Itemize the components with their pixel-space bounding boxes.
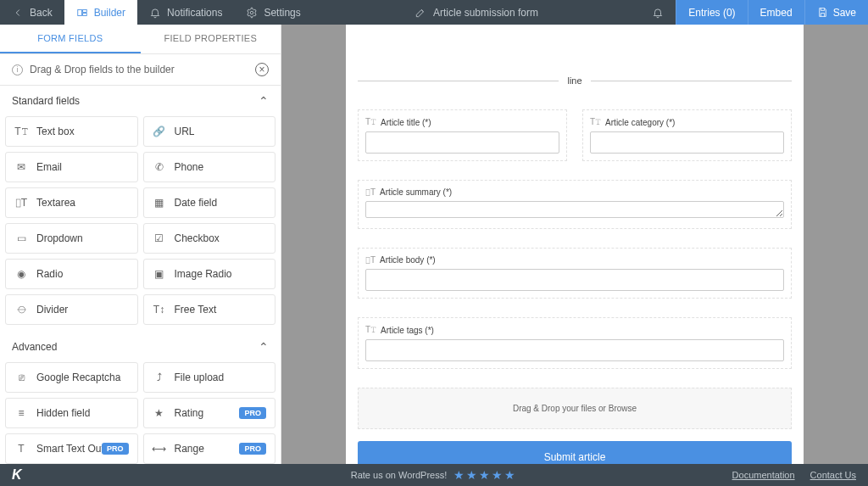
entries-label: Entries (0): [688, 7, 735, 19]
rate-text: Rate us on WordPress!: [351, 470, 448, 480]
article-category-input[interactable]: [590, 131, 784, 154]
field-type-item[interactable]: ⎚Google Recaptcha: [5, 362, 138, 393]
advanced-fields-label: Advanced: [12, 341, 57, 353]
article-summary-input[interactable]: [365, 201, 784, 218]
field-type-icon: T↕: [153, 304, 166, 316]
back-button[interactable]: Back: [0, 0, 64, 25]
field-type-item[interactable]: ⌷TTextarea: [5, 187, 138, 218]
article-body-input[interactable]: [365, 269, 784, 291]
field-type-icon: T𝚃: [14, 126, 28, 137]
field-type-item[interactable]: ◉Radio: [5, 259, 138, 289]
text-icon: T𝚃: [590, 117, 601, 127]
field-type-item[interactable]: ▦Date field: [143, 187, 276, 218]
svg-rect-1: [82, 9, 86, 12]
drag-hint-text: Drag & Drop fields to the builder: [30, 64, 175, 75]
field-type-label: Dropdown: [36, 232, 83, 244]
field-type-icon: ▭: [14, 232, 28, 244]
save-button[interactable]: Save: [804, 0, 868, 25]
field-article-body[interactable]: ⌷TArticle body (*): [358, 248, 792, 299]
field-type-item[interactable]: ⤴File upload: [143, 362, 276, 393]
field-type-item[interactable]: ✉Email: [5, 152, 138, 182]
svg-rect-0: [77, 9, 81, 15]
field-type-icon: ☑: [153, 232, 166, 244]
builder-tab[interactable]: Builder: [64, 0, 137, 25]
field-type-item[interactable]: ▭Dropdown: [5, 223, 138, 254]
pro-badge: PRO: [102, 443, 129, 455]
field-type-item[interactable]: ☑Checkbox: [143, 223, 276, 254]
field-type-icon: ⦵: [14, 304, 28, 316]
documentation-link[interactable]: Documentation: [732, 470, 795, 480]
field-type-item[interactable]: TSmart Text OutputPRO: [5, 433, 138, 464]
file-dropzone[interactable]: Drag & Drop your files or Browse: [358, 388, 792, 429]
field-article-tags[interactable]: T𝚃Article tags (*): [358, 317, 792, 369]
tab-field-properties[interactable]: FIELD PROPERTIES: [141, 25, 281, 53]
pro-badge: PRO: [239, 443, 266, 455]
star-rating[interactable]: ★★★★★: [453, 468, 517, 482]
submit-button[interactable]: Submit article: [358, 441, 792, 464]
chevron-left-icon: [12, 7, 24, 19]
advanced-fields-header[interactable]: Advanced ⌃: [0, 332, 281, 362]
field-type-icon: ▦: [153, 197, 166, 209]
field-type-item[interactable]: T𝚃Text box: [5, 116, 138, 147]
bell-icon: [149, 7, 161, 19]
field-type-item[interactable]: 🔗URL: [143, 116, 276, 147]
article-title-input[interactable]: [365, 131, 559, 154]
sidebar: FORM FIELDS FIELD PROPERTIES i Drag & Dr…: [0, 25, 281, 464]
field-article-summary[interactable]: ⌷TArticle summary (*): [358, 180, 792, 229]
field-type-item[interactable]: ★RatingPRO: [143, 398, 276, 428]
field-type-label: Text box: [36, 126, 75, 137]
settings-tab[interactable]: Settings: [234, 0, 312, 25]
form-divider[interactable]: line: [358, 75, 792, 86]
field-type-item[interactable]: ≡Hidden field: [5, 398, 138, 428]
field-type-label: Date field: [175, 197, 218, 209]
textarea-icon: ⌷T: [365, 255, 376, 265]
standard-fields-header[interactable]: Standard fields ⌃: [0, 86, 281, 116]
save-label: Save: [833, 7, 856, 19]
field-article-title[interactable]: T𝚃Article title (*): [358, 109, 567, 161]
embed-button[interactable]: Embed: [748, 0, 804, 25]
field-type-icon: ▣: [153, 268, 166, 280]
field-type-item[interactable]: T↕Free Text: [143, 294, 276, 325]
edit-icon: [415, 7, 426, 19]
field-type-icon: ⎚: [14, 371, 28, 383]
save-icon: [817, 7, 828, 18]
close-hint-button[interactable]: ×: [255, 63, 269, 76]
field-type-label: Free Text: [175, 304, 217, 316]
text-icon: T𝚃: [365, 325, 376, 335]
field-type-item[interactable]: ⟷RangePRO: [143, 433, 276, 464]
field-type-icon: ⤴: [153, 371, 166, 383]
tab-form-fields[interactable]: FORM FIELDS: [0, 25, 141, 53]
text-icon: T𝚃: [365, 117, 376, 127]
field-type-label: Image Radio: [175, 268, 232, 280]
field-type-icon: ≡: [14, 407, 28, 419]
alert-bell[interactable]: [640, 0, 676, 25]
svg-point-3: [251, 11, 254, 14]
brand-logo: K: [12, 467, 22, 483]
field-type-label: File upload: [175, 371, 225, 383]
field-type-icon: 🔗: [153, 126, 166, 137]
field-type-icon: T: [14, 443, 28, 455]
standard-fields-label: Standard fields: [12, 95, 80, 107]
field-type-label: Email: [36, 161, 62, 173]
field-article-category[interactable]: T𝚃Article category (*): [582, 109, 792, 161]
svg-rect-2: [82, 13, 86, 15]
builder-icon: [76, 7, 88, 19]
contact-link[interactable]: Contact Us: [810, 470, 856, 480]
article-tags-input[interactable]: [365, 339, 784, 361]
form-title-area[interactable]: Article submission form: [313, 0, 640, 25]
field-type-item[interactable]: ▣Image Radio: [143, 259, 276, 289]
field-type-label: Rating: [175, 407, 204, 419]
field-type-item[interactable]: ✆Phone: [143, 152, 276, 182]
textarea-icon: ⌷T: [365, 187, 376, 197]
field-type-label: Google Recaptcha: [36, 371, 120, 383]
notifications-tab[interactable]: Notifications: [137, 0, 234, 25]
gear-icon: [246, 7, 258, 19]
drag-hint-row: i Drag & Drop fields to the builder ×: [0, 54, 281, 86]
form-preview: line T𝚃Article title (*) T𝚃Article categ…: [346, 25, 804, 464]
field-type-icon: ⌷T: [14, 197, 28, 209]
field-type-item[interactable]: ⦵Divider: [5, 294, 138, 325]
entries-button[interactable]: Entries (0): [676, 0, 747, 25]
back-label: Back: [30, 7, 53, 19]
chevron-up-icon: ⌃: [259, 340, 269, 354]
field-type-label: Phone: [175, 161, 204, 173]
